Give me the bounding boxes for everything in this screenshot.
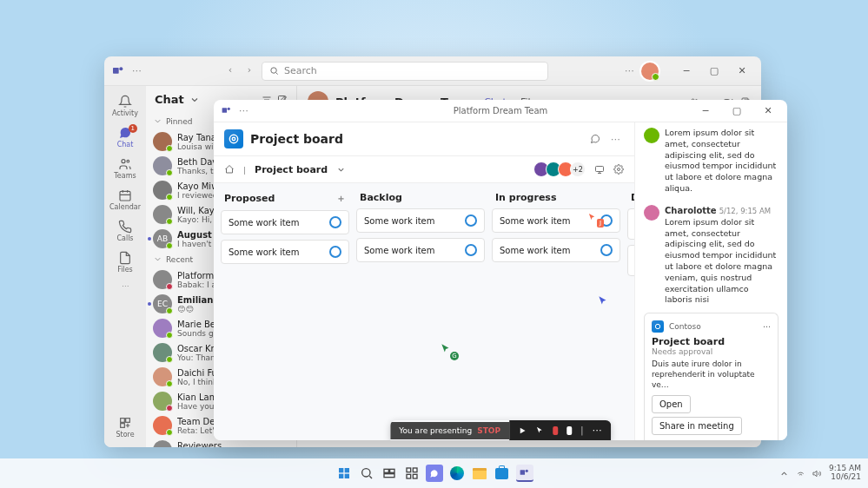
close-button[interactable]: ✕	[730, 63, 754, 80]
open-button[interactable]: Open	[652, 395, 691, 413]
work-item-card[interactable]: Some work item	[221, 240, 349, 264]
app-rail: Activity 1 Chat Teams Calendar Calls	[104, 86, 146, 447]
work-item-card[interactable]: Some work item	[356, 208, 485, 233]
rail-activity[interactable]: Activity	[106, 91, 144, 121]
present-overflow[interactable]: ⋯	[593, 425, 602, 436]
clock[interactable]: 9:15 AM 10/6/21	[829, 465, 861, 482]
adaptive-card: Contoso ⋯ Project board Needs approval D…	[644, 313, 779, 440]
taskbar-chat-icon[interactable]	[426, 465, 443, 482]
presenting-label: You are presentingSTOP	[390, 422, 509, 439]
explorer-icon[interactable]	[471, 465, 488, 482]
play-icon[interactable]	[518, 426, 527, 435]
global-search-input[interactable]: Search	[262, 62, 548, 81]
more-participants[interactable]: +2	[570, 162, 586, 177]
minimize-button[interactable]: ─	[674, 63, 699, 80]
svg-point-3	[122, 160, 125, 163]
teams-mini-icon	[221, 105, 232, 116]
work-item-card[interactable]: Some work item	[492, 238, 620, 262]
crumb-dropdown-icon[interactable]	[336, 165, 346, 175]
svg-rect-34	[407, 474, 411, 478]
popup-close-button[interactable]: ✕	[756, 102, 780, 120]
work-item-card[interactable]: Some work item	[356, 238, 485, 262]
settings-icon[interactable]	[613, 164, 624, 175]
wifi-icon[interactable]	[796, 469, 805, 478]
work-item-card[interactable]: Some work item	[221, 210, 349, 234]
svg-rect-7	[126, 419, 130, 423]
board-pane: Project board ⋯ | Project board +2	[214, 122, 634, 440]
svg-rect-32	[407, 468, 411, 472]
popup-maximize-button[interactable]: ▢	[725, 102, 749, 120]
store-icon[interactable]	[494, 465, 511, 482]
svg-point-17	[229, 135, 237, 142]
rail-teams[interactable]: Teams	[106, 154, 144, 183]
nav-back-button[interactable]: ‹	[222, 62, 239, 79]
popup-minimize-button[interactable]: ─	[693, 102, 718, 120]
presenting-toolbar: You are presentingSTOP | ⋯	[390, 420, 611, 440]
rail-files[interactable]: Files	[106, 247, 144, 277]
svg-rect-36	[520, 470, 525, 474]
edge-icon[interactable]	[448, 465, 466, 482]
work-item-card[interactable]: Some wo	[627, 208, 634, 240]
card-menu[interactable]: ⋯	[763, 322, 771, 331]
board-title: Project board	[250, 132, 343, 146]
svg-point-21	[655, 325, 659, 329]
work-item-card[interactable]: Some wo	[627, 245, 634, 276]
chat-msg-author: Charolotte	[665, 206, 717, 215]
rail-chat[interactable]: 1 Chat	[106, 122, 144, 152]
crumb-current[interactable]: Project board	[255, 164, 328, 175]
svg-point-18	[232, 137, 235, 141]
task-view-icon[interactable]	[381, 465, 398, 482]
chat-bubble-icon[interactable]	[590, 134, 600, 144]
main-user-avatar[interactable]	[641, 63, 659, 80]
svg-rect-15	[222, 108, 227, 112]
participant-avatars[interactable]: +2	[537, 162, 586, 177]
search-placeholder: Search	[284, 65, 317, 76]
svg-point-28	[361, 469, 369, 477]
caret-icon[interactable]	[153, 254, 162, 264]
svg-rect-35	[413, 474, 417, 478]
taskbar-search-icon[interactable]	[358, 465, 375, 482]
share-in-meeting-button[interactable]: Share in meeting	[652, 417, 742, 435]
chat-msg-time: 5/12, 9:15 AM	[719, 207, 771, 215]
volume-icon[interactable]	[812, 469, 822, 478]
chevron-down-icon[interactable]	[189, 95, 200, 105]
pen-red[interactable]	[553, 426, 558, 435]
popup-window-title: Platform Dream Team	[454, 106, 548, 115]
share-icon[interactable]	[594, 164, 605, 175]
tray-expand-icon[interactable]	[779, 469, 789, 478]
rail-overflow[interactable]: ⋯	[106, 279, 144, 293]
svg-rect-31	[384, 474, 394, 478]
meeting-chat-panel: Lorem ipsum dolor sit amet, consectetur …	[634, 122, 787, 440]
card-brand: Contoso	[669, 322, 701, 331]
work-item-card[interactable]: Some work itemJ	[492, 208, 620, 233]
breadcrumb: | Project board +2	[214, 156, 634, 183]
board-column: In progressSome work itemJSome work item	[492, 190, 620, 433]
cursor-icon[interactable]	[535, 426, 544, 435]
column-header: Done	[627, 190, 634, 208]
board-columns: Proposed＋Some work itemSome work itemBac…	[214, 183, 634, 440]
chat-badge: 1	[129, 124, 137, 133]
rail-calendar[interactable]: Calendar	[106, 185, 144, 214]
status-ring-icon	[329, 246, 341, 258]
start-button[interactable]	[335, 465, 353, 482]
chat-msg-text: Lorem ipsum dolor sit amet, consectetur …	[665, 128, 779, 195]
stop-presenting-button[interactable]: STOP	[477, 426, 500, 435]
project-board-window: ⋯ Platform Dream Team ─ ▢ ✕ Project boar…	[214, 100, 787, 440]
svg-point-2	[271, 68, 276, 73]
rail-store[interactable]: Store	[106, 412, 144, 442]
svg-point-16	[228, 108, 230, 110]
live-cursor-orange	[587, 213, 597, 222]
widgets-icon[interactable]	[403, 465, 421, 482]
board-column: BacklogSome work itemSome work item	[356, 190, 485, 433]
nav-forward-button[interactable]: ›	[241, 62, 258, 79]
home-icon[interactable]	[224, 164, 235, 175]
svg-rect-8	[121, 424, 125, 428]
caret-icon[interactable]	[153, 116, 162, 126]
svg-rect-19	[596, 167, 604, 172]
pen-white[interactable]	[567, 426, 572, 435]
taskbar-teams-icon[interactable]	[516, 465, 533, 482]
teams-app-icon	[111, 64, 125, 78]
rail-calls[interactable]: Calls	[106, 216, 144, 246]
maximize-button[interactable]: ▢	[702, 63, 726, 80]
card-subtitle: Needs approval	[652, 347, 771, 356]
